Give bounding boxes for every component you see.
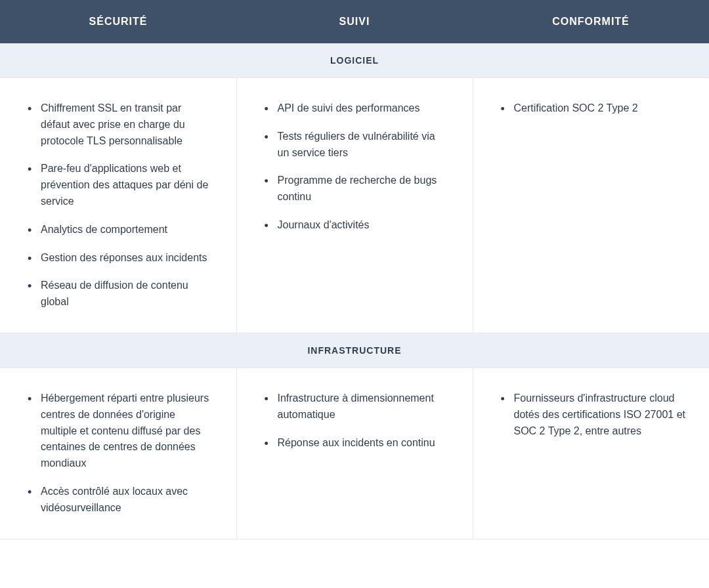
- feature-list-item: API de suivi des performances: [261, 100, 449, 117]
- feature-list: Certification SOC 2 Type 2: [497, 100, 686, 117]
- feature-list-item: Certification SOC 2 Type 2: [497, 100, 686, 117]
- section-body-row: Hébergement réparti entre plusieurs cent…: [0, 368, 709, 539]
- column-header-securite: SÉCURITÉ: [0, 0, 236, 43]
- feature-list-item: Hébergement réparti entre plusieurs cent…: [24, 390, 213, 472]
- section-title: INFRASTRUCTURE: [0, 333, 709, 368]
- feature-list: Chiffrement SSL en transit par défaut av…: [24, 100, 213, 310]
- feature-list: Infrastructure à dimensionnement automat…: [261, 390, 449, 451]
- feature-list-item: Gestion des réponses aux incidents: [24, 250, 213, 266]
- feature-list: API de suivi des performancesTests régul…: [261, 100, 449, 234]
- feature-list-item: Réseau de diffusion de contenu global: [24, 278, 213, 310]
- feature-list-item: Programme de recherche de bugs continu: [261, 173, 449, 205]
- feature-list-item: Infrastructure à dimensionnement automat…: [261, 390, 449, 423]
- column-header-suivi: SUIVI: [236, 0, 473, 43]
- section-title: LOGICIEL: [0, 43, 709, 78]
- feature-list-item: Journaux d'activités: [261, 217, 449, 234]
- security-feature-table: SÉCURITÉ SUIVI CONFORMITÉ LOGICIELChiffr…: [0, 0, 709, 539]
- feature-cell: Fournisseurs d'infrastructure cloud doté…: [473, 368, 709, 539]
- feature-list-item: Réponse aux incidents en continu: [261, 435, 449, 452]
- feature-list-item: Pare-feu d'applications web et préventio…: [24, 161, 213, 209]
- feature-list: Fournisseurs d'infrastructure cloud doté…: [497, 390, 686, 439]
- section-body-row: Chiffrement SSL en transit par défaut av…: [0, 78, 709, 333]
- column-header-conformite: CONFORMITÉ: [473, 0, 709, 43]
- feature-list-item: Chiffrement SSL en transit par défaut av…: [24, 100, 213, 149]
- feature-list-item: Tests réguliers de vulnérabilité via un …: [261, 129, 449, 161]
- section-header-row: LOGICIEL: [0, 43, 709, 78]
- section-header-row: INFRASTRUCTURE: [0, 333, 709, 368]
- feature-cell: Certification SOC 2 Type 2: [473, 78, 709, 333]
- column-header-row: SÉCURITÉ SUIVI CONFORMITÉ: [0, 0, 709, 43]
- feature-list-item: Fournisseurs d'infrastructure cloud doté…: [497, 390, 686, 439]
- feature-list: Hébergement réparti entre plusieurs cent…: [24, 390, 213, 516]
- feature-cell: Chiffrement SSL en transit par défaut av…: [0, 78, 236, 333]
- feature-cell: Infrastructure à dimensionnement automat…: [236, 368, 473, 539]
- feature-list-item: Accès contrôlé aux locaux avec vidéosurv…: [24, 484, 213, 516]
- feature-cell: Hébergement réparti entre plusieurs cent…: [0, 368, 236, 539]
- feature-cell: API de suivi des performancesTests régul…: [236, 78, 473, 333]
- feature-list-item: Analytics de comportement: [24, 222, 213, 238]
